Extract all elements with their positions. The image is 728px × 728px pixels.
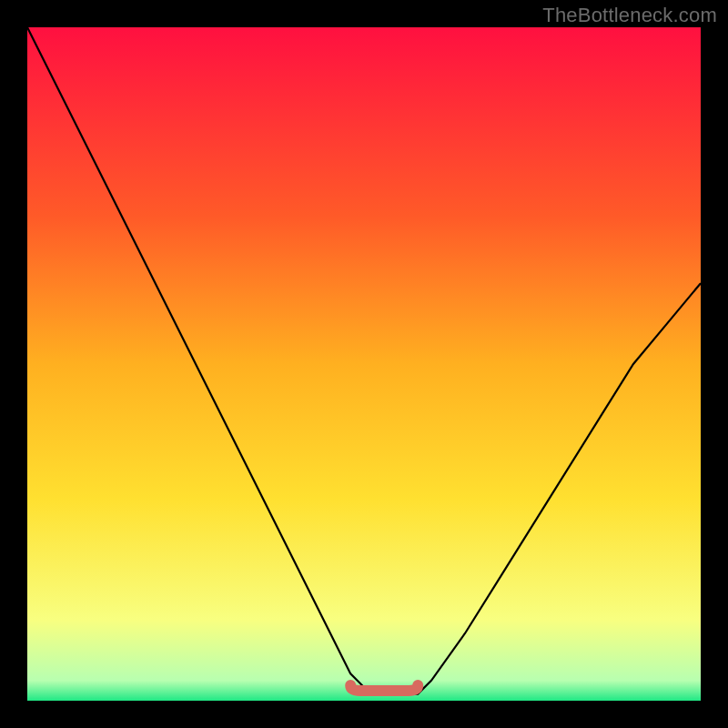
optimal-range-highlight <box>350 685 418 691</box>
gradient-background <box>27 27 701 701</box>
plot-area <box>27 27 701 701</box>
chart-frame: TheBottleneck.com <box>0 0 728 728</box>
bottleneck-chart <box>27 27 701 701</box>
watermark-text: TheBottleneck.com <box>542 4 717 27</box>
